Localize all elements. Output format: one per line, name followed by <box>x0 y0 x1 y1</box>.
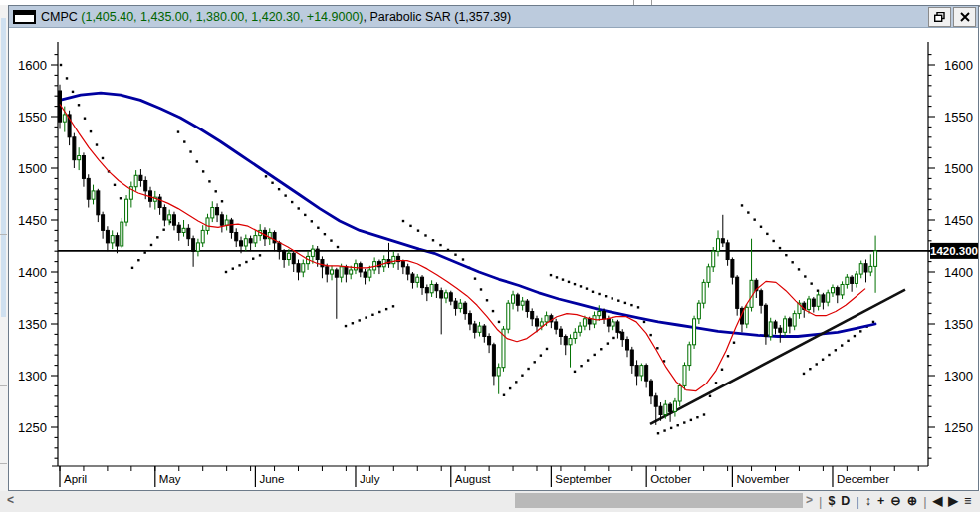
y-axis-label: 1500 <box>944 161 973 176</box>
y-axis-label: 1500 <box>18 161 47 176</box>
x-axis-month-label: June <box>259 473 284 485</box>
rescale-button[interactable]: $ <box>828 495 835 508</box>
toolbar-separator: | <box>923 494 926 509</box>
x-axis-month-label: April <box>64 473 87 485</box>
last-price-label: 1420.300 <box>930 243 978 259</box>
pan-button[interactable]: + <box>877 495 884 508</box>
x-axis-month-label: October <box>650 473 691 485</box>
chart-plot-area[interactable]: 1250125013001300135013501400140014501450… <box>9 28 978 490</box>
x-axis-month-label: November <box>736 473 789 485</box>
title-ohlc-values: (1,405.40, 1,435.00, 1,380.00, 1,420.30,… <box>81 10 363 24</box>
y-axis-label: 1300 <box>18 369 47 384</box>
x-axis-month-label: August <box>455 473 492 485</box>
title-indicator: , Parabolic SAR (1,357.39) <box>364 10 512 24</box>
window-title: CMPC (1,405.40, 1,435.00, 1,380.00, 1,42… <box>41 10 511 24</box>
y-axis-label: 1550 <box>944 110 973 125</box>
close-icon <box>960 12 970 22</box>
y-axis-label: 1350 <box>18 317 47 332</box>
y-axis-label: 1600 <box>944 58 973 73</box>
scroll-right-button[interactable]: > <box>806 493 813 507</box>
scrollbar-thumb[interactable] <box>515 493 803 508</box>
axes <box>52 42 928 466</box>
restore-icon <box>934 12 945 22</box>
x-axis-month-label: September <box>555 473 611 485</box>
step-left-button[interactable]: ◀ <box>933 495 943 508</box>
step-right-button[interactable]: ▶ <box>948 495 958 508</box>
window-titlebar[interactable]: CMPC (1,405.40, 1,435.00, 1,380.00, 1,42… <box>9 6 978 28</box>
left-panel-divider <box>0 234 7 235</box>
menu-button[interactable]: ≡ <box>964 495 971 508</box>
bottom-scrollbar-row: < > | $D|↕+⊖⊕|◀▶≡ <box>0 491 980 512</box>
x-axis-month-label: May <box>159 473 181 485</box>
x-axis-month-label: December <box>837 473 889 485</box>
y-axis-label: 1350 <box>944 317 973 332</box>
close-button[interactable] <box>953 7 976 27</box>
vertical-zoom-button[interactable]: ↕ <box>865 495 871 508</box>
y-axis-label: 1550 <box>18 110 47 125</box>
zoom-in-button[interactable]: ⊕ <box>907 495 917 508</box>
x-axis-month-label: July <box>360 473 380 485</box>
y-axis-label: 1600 <box>18 58 47 73</box>
x-axis: AprilMayJuneJulyAugustSeptemberOctoberNo… <box>60 466 918 487</box>
y-axis-label: 1400 <box>18 265 47 280</box>
chart-window: CMPC (1,405.40, 1,435.00, 1,380.00, 1,42… <box>8 5 979 491</box>
y-axis-label: 1450 <box>18 213 47 228</box>
window-icon <box>13 10 36 24</box>
y-axis: 1250125013001300135013501400140014501450… <box>18 55 973 459</box>
restore-button[interactable] <box>928 7 951 27</box>
title-symbol: CMPC <box>41 10 81 24</box>
periodicity-button[interactable]: D <box>841 495 850 508</box>
zoom-out-button[interactable]: ⊖ <box>890 495 900 508</box>
y-axis-label: 1450 <box>944 213 973 228</box>
chart-area: 1250125013001300135013501400140014501450… <box>9 28 978 490</box>
y-axis-label: 1300 <box>944 369 973 384</box>
toolbar-separator: | <box>819 494 822 509</box>
y-axis-label: 1250 <box>18 420 47 435</box>
left-panel-divider <box>0 463 7 464</box>
short-moving-average-line <box>60 105 865 391</box>
last-price-value: 1420.300 <box>930 245 978 257</box>
left-panel-edge-fill <box>1 18 6 317</box>
y-axis-label: 1250 <box>944 420 973 435</box>
scroll-left-button[interactable]: < <box>7 493 14 507</box>
toolbar-separator: | <box>856 494 858 509</box>
candles-layer <box>59 85 877 425</box>
chart-toolbar: | $D|↕+⊖⊕|◀▶≡ <box>819 491 971 512</box>
left-panel-divider <box>0 385 7 386</box>
y-axis-label: 1400 <box>944 265 973 280</box>
